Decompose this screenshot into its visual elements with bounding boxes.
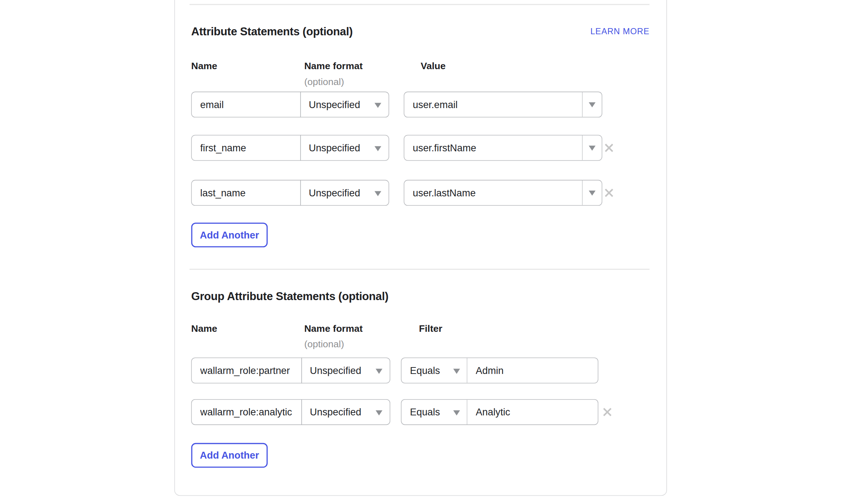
column-header-value: Value — [421, 61, 445, 72]
mid-section-divider — [190, 269, 649, 270]
value-combo-select — [404, 180, 602, 206]
column-header-filter: Filter — [419, 323, 442, 334]
name-format-select[interactable]: Unspecified — [300, 135, 389, 161]
attribute-value-input[interactable] — [404, 135, 582, 160]
name-format-select[interactable]: Unspecified — [301, 357, 390, 383]
name-format-select-value: Unspecified — [310, 365, 361, 376]
group-attribute-statements-title: Group Attribute Statements (optional) — [191, 290, 388, 303]
column-header-name-format-hint: (optional) — [304, 76, 344, 88]
filter-combo: Equals — [401, 357, 599, 383]
value-dropdown-button[interactable] — [582, 92, 602, 117]
filter-type-select-value: Equals — [410, 365, 440, 376]
filter-type-select[interactable]: Equals — [401, 358, 467, 383]
remove-row-button[interactable] — [601, 405, 614, 419]
dropdown-arrow-icon — [376, 369, 382, 374]
name-format-select[interactable]: Unspecified — [300, 180, 389, 206]
group-name-input[interactable] — [191, 357, 302, 383]
dropdown-arrow-icon — [589, 102, 596, 107]
filter-value-input[interactable] — [467, 400, 598, 424]
dropdown-arrow-icon — [453, 369, 460, 374]
attribute-value-input[interactable] — [404, 92, 582, 117]
top-section-divider — [190, 4, 649, 5]
value-dropdown-button[interactable] — [582, 135, 602, 160]
group-name-input[interactable] — [191, 399, 302, 425]
remove-row-button[interactable] — [602, 186, 616, 199]
name-format-select[interactable]: Unspecified — [301, 399, 390, 425]
name-format-select-value: Unspecified — [309, 142, 360, 154]
column-header-name-format-hint: (optional) — [304, 339, 344, 350]
column-header-name-format: Name format — [304, 323, 363, 334]
value-combo-select — [404, 135, 602, 161]
dropdown-arrow-icon — [589, 190, 596, 195]
dropdown-arrow-icon — [374, 103, 381, 108]
page: Attribute Statements (optional) LEARN MO… — [0, 0, 866, 504]
value-combo-select — [404, 92, 602, 117]
name-format-select-value: Unspecified — [309, 187, 360, 199]
dropdown-arrow-icon — [453, 410, 460, 415]
add-another-button[interactable]: Add Another — [191, 223, 268, 247]
remove-row-button[interactable] — [602, 141, 616, 155]
group-attribute-row: Unspecified Equals — [191, 399, 619, 425]
value-dropdown-button[interactable] — [582, 180, 602, 205]
attribute-row: Unspecified — [191, 135, 619, 161]
dropdown-arrow-icon — [376, 410, 382, 415]
attribute-name-input[interactable] — [191, 135, 301, 161]
remove-icon — [603, 187, 615, 199]
remove-icon — [601, 406, 613, 418]
column-header-name: Name — [191, 61, 217, 72]
learn-more-link[interactable]: LEARN MORE — [590, 26, 649, 36]
filter-type-select[interactable]: Equals — [401, 400, 467, 424]
column-header-name: Name — [191, 323, 217, 334]
attribute-row: Unspecified — [191, 92, 619, 117]
dropdown-arrow-icon — [374, 146, 381, 151]
filter-combo: Equals — [401, 399, 599, 425]
filter-value-input[interactable] — [467, 358, 598, 383]
remove-icon — [603, 142, 615, 154]
name-format-select-value: Unspecified — [310, 406, 361, 418]
dropdown-arrow-icon — [589, 145, 596, 150]
settings-canvas: Attribute Statements (optional) LEARN MO… — [0, 0, 866, 504]
name-format-select-value: Unspecified — [309, 99, 360, 111]
group-attribute-row: Unspecified Equals — [191, 357, 619, 383]
attribute-row: Unspecified — [191, 180, 619, 206]
column-header-name-format: Name format — [304, 61, 363, 72]
attribute-name-input[interactable] — [191, 92, 301, 117]
attribute-statements-title: Attribute Statements (optional) — [191, 25, 353, 38]
add-another-button[interactable]: Add Another — [191, 443, 268, 468]
name-format-select[interactable]: Unspecified — [300, 92, 389, 117]
filter-type-select-value: Equals — [410, 406, 440, 418]
attribute-name-input[interactable] — [191, 180, 301, 206]
dropdown-arrow-icon — [374, 191, 381, 196]
attribute-value-input[interactable] — [404, 180, 582, 205]
